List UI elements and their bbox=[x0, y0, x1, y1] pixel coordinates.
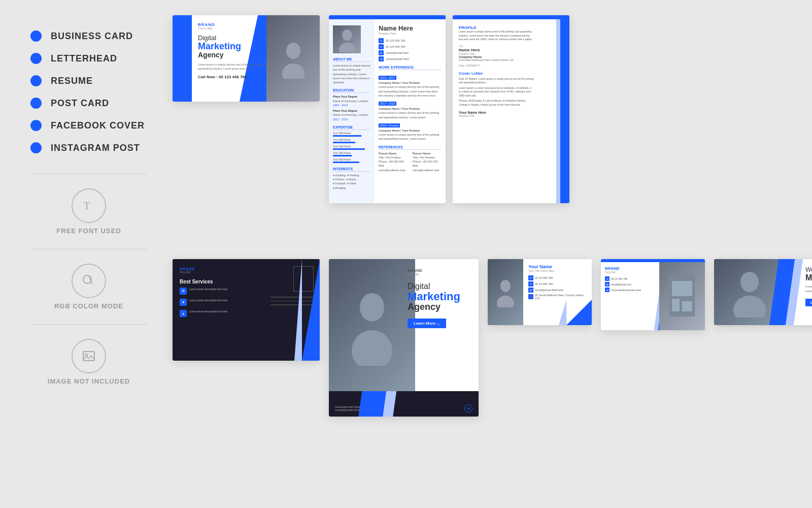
vc-email: @ email@email.field here bbox=[528, 288, 588, 293]
sidebar-dot bbox=[30, 120, 42, 131]
p2-tagline: TAGLINE bbox=[605, 271, 656, 274]
vc-address: 📍 00 Street Address Here, Country Name, … bbox=[528, 294, 588, 300]
sidebar-item-instagram[interactable]: Instagram Post bbox=[30, 142, 147, 153]
sidebar-item-postcard[interactable]: Post Card bbox=[30, 98, 147, 109]
rgb-block: RGB COLOR MODE bbox=[30, 264, 147, 310]
bc-desc: Lorem ipsum is simply dummy text of the … bbox=[198, 62, 277, 71]
bc-call: Call Now : 00 123 456 789 bbox=[198, 75, 277, 79]
p2-photo bbox=[659, 262, 705, 330]
fb-content: We are Creative Marketing Agency Lorem i… bbox=[805, 266, 812, 306]
skill-label-5: Your Skill Name bbox=[333, 158, 370, 161]
ref1-name: Person Name bbox=[379, 151, 408, 155]
sidebar-item-resume[interactable]: Resume bbox=[30, 75, 147, 86]
postcard-preview: BRAND TAGLINE Best Services ⚙ Lorem ipsu… bbox=[173, 259, 320, 361]
vc-pos: Your Title Goes Here bbox=[528, 269, 588, 272]
cl-sign-name: Your Name Here bbox=[459, 111, 534, 114]
image-icon bbox=[72, 339, 106, 373]
ig-bottom-info: name@email here companyweb here ⊕ bbox=[335, 404, 472, 412]
sidebar-item-label: Instagram Post bbox=[51, 143, 140, 153]
divider2 bbox=[30, 249, 147, 249]
bc-blue-strip bbox=[173, 15, 192, 102]
ref2: Person Name Title / His Position Phone: … bbox=[413, 151, 442, 172]
exp-year1: 2015 - 2017 bbox=[379, 76, 396, 80]
resume-preview: About Me Lorem ipsum is simply dummy tex… bbox=[329, 15, 446, 203]
cover-letter-preview: Profile Lorem ipsum is simply dummy text… bbox=[453, 15, 569, 203]
web-icon: ⊕ bbox=[379, 56, 384, 61]
bc-title1: Digital bbox=[198, 34, 277, 42]
rgb-icon bbox=[72, 264, 106, 298]
sidebar-dot bbox=[30, 53, 42, 64]
sidebar: Business Card Letterhead Resume Post Car… bbox=[0, 0, 162, 508]
resume-area: About Me Lorem ipsum is simply dummy tex… bbox=[329, 15, 569, 249]
fb-learn-more-btn[interactable]: Learn More ... bbox=[805, 299, 812, 306]
resume-interests-title: Interests bbox=[333, 167, 370, 172]
vc-phone1-icon: ✆ bbox=[528, 275, 533, 280]
phone2-icon: ✆ bbox=[379, 44, 384, 49]
vc-phone2: ✆ 00 23 456 789 bbox=[528, 281, 588, 287]
ig-learn-more-btn[interactable]: Learn More ... bbox=[408, 319, 446, 328]
ref2-pos: Title / His Position bbox=[413, 155, 442, 160]
sidebar-item-label: Resume bbox=[51, 76, 93, 86]
cl-top-bar bbox=[453, 15, 569, 19]
resume-ref-title: References bbox=[379, 145, 442, 150]
pc-right bbox=[254, 259, 320, 361]
p2-phone: ✆ 00 23 456 789 bbox=[605, 276, 656, 281]
service-icon-2: ★ bbox=[180, 299, 187, 306]
bottom-row: BRAND TAGLINE Best Services ⚙ Lorem ipsu… bbox=[173, 259, 812, 493]
ig-title1: Digital bbox=[408, 282, 473, 291]
svg-point-18 bbox=[733, 296, 766, 318]
resume-phone2: ✆ 00 123 456 789 bbox=[379, 44, 442, 49]
svg-point-6 bbox=[282, 64, 304, 79]
pc-stamp bbox=[293, 266, 314, 292]
resume-name: Name Here bbox=[379, 24, 442, 32]
sidebar-dot bbox=[30, 75, 42, 86]
resume-year2: 2012 - 2014 bbox=[333, 117, 370, 121]
vc-text-content: Your Name Your Title Goes Here ✆ 00 23 4… bbox=[528, 264, 588, 301]
image-not-included-label: IMAGE NOT INCLUDED bbox=[48, 377, 130, 385]
bc-text-content: BRAND TAGLINE Digital Marketing Agency L… bbox=[198, 22, 277, 79]
divider1 bbox=[30, 174, 147, 174]
skill-bar-2 bbox=[333, 142, 355, 143]
svg-point-4 bbox=[85, 354, 88, 357]
svg-text:T: T bbox=[84, 200, 90, 211]
ref2-email: Mail: name@mailhere.mail bbox=[413, 164, 442, 172]
svg-point-5 bbox=[286, 43, 300, 59]
ref1-phone: Phone: +00 000 000 bbox=[379, 160, 408, 164]
ig-bottom-strip bbox=[329, 391, 479, 417]
exp-desc1: Lorem ipsum is simply dummy text of the … bbox=[379, 85, 442, 98]
service-item-3: ♦ Lorem ipsum description text here bbox=[180, 310, 247, 317]
p2-brand: BRAND bbox=[605, 266, 656, 271]
pc-content: BRAND TAGLINE Best Services ⚙ Lorem ipsu… bbox=[173, 259, 320, 361]
vc-email-icon: @ bbox=[528, 288, 533, 293]
p2-web-icon: ⊕ bbox=[605, 288, 610, 292]
references-row: Person Name Title / His Position Phone: … bbox=[379, 151, 442, 172]
resume-top-bar bbox=[329, 15, 446, 19]
cl-sign-pos: Position Title bbox=[459, 114, 534, 117]
ig-photo bbox=[329, 259, 415, 391]
visiting-card-preview: Your Name Your Title Goes Here ✆ 00 23 4… bbox=[488, 259, 592, 325]
sidebar-item-facebook[interactable]: Facebook Cover bbox=[30, 120, 147, 131]
sidebar-dot bbox=[30, 98, 42, 109]
ref1-email: Mail: name@mailhere.mail bbox=[379, 164, 408, 172]
font-icon: T bbox=[72, 188, 106, 223]
pc-services-title: Best Services bbox=[180, 279, 247, 284]
resume-phone1: ✆ 00 123 456 789 bbox=[379, 38, 442, 43]
ig-brand: BRAND bbox=[408, 268, 473, 273]
instagram-post-preview: BRAND TAGLINE Digital Marketing Agency L… bbox=[329, 259, 479, 417]
bc-title3: Agency bbox=[198, 51, 277, 59]
skill-bar-5 bbox=[333, 162, 359, 163]
fb-desc: Lorem ipsum is simply dummy text of the … bbox=[805, 284, 812, 294]
sidebar-item-letterhead[interactable]: Letterhead bbox=[30, 53, 147, 64]
resume-left-col: About Me Lorem ipsum is simply dummy tex… bbox=[329, 19, 375, 203]
phone-icon: ✆ bbox=[379, 38, 384, 43]
skill-label-2: Your Skill Name bbox=[333, 138, 370, 141]
sidebar-item-business-card[interactable]: Business Card bbox=[30, 30, 147, 42]
vc-photo-area bbox=[488, 259, 523, 325]
svg-point-9 bbox=[360, 293, 384, 322]
resume-right-col: Name Here Position Title ✆ 00 123 456 78… bbox=[375, 19, 446, 203]
fb-bottom-row: Learn More ... ✆ 000 123 456 789 bbox=[805, 296, 812, 306]
exp-company2: Company Name / Your Position bbox=[379, 107, 442, 111]
service-text-2: Lorem ipsum description text here bbox=[189, 299, 227, 302]
sidebar-item-label: Post Card bbox=[51, 98, 109, 109]
ref2-name: Person Name bbox=[413, 151, 442, 155]
